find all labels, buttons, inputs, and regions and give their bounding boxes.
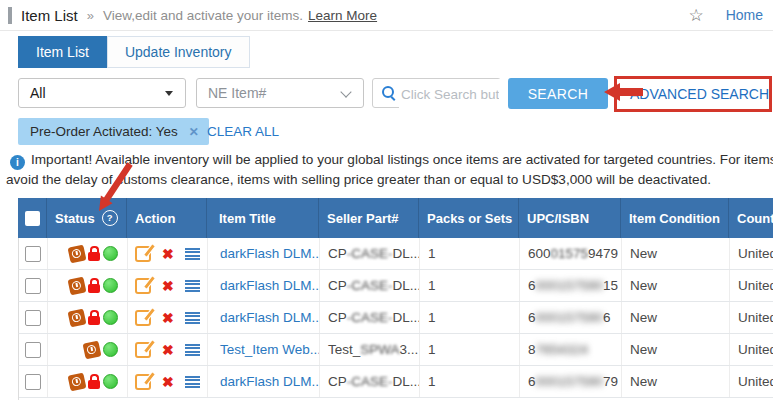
condition-cell: New xyxy=(622,334,730,365)
details-list-icon[interactable] xyxy=(185,344,200,356)
row-checkbox[interactable] xyxy=(25,246,41,262)
action-cell: ✖ xyxy=(128,366,208,397)
delete-icon[interactable]: ✖ xyxy=(162,311,174,325)
preorder-clock-icon xyxy=(68,308,87,327)
page-title: Item List xyxy=(21,7,78,24)
delete-icon[interactable]: ✖ xyxy=(162,247,174,261)
action-cell: ✖ xyxy=(128,270,208,301)
seller-part-prefix: CP xyxy=(328,278,347,293)
item-title-link[interactable]: Test_Item Web... xyxy=(220,342,320,357)
table-row: ✖darkFlash DLM...CP-CASE-DL...1600015759… xyxy=(18,302,773,334)
row-checkbox[interactable] xyxy=(25,374,41,390)
upc-redacted: 000157590 xyxy=(536,374,604,389)
select-all-checkbox[interactable] xyxy=(25,211,40,226)
table-row: ✖darkFlash DLM...CP-CASE-DL...1600015759… xyxy=(18,238,773,270)
item-title-link[interactable]: darkFlash DLM... xyxy=(220,310,320,325)
row-checkbox[interactable] xyxy=(25,278,41,294)
condition-value: New xyxy=(630,246,657,261)
details-list-icon[interactable] xyxy=(185,248,200,260)
search-icon xyxy=(382,86,394,98)
chip-close-icon[interactable]: ✕ xyxy=(189,125,199,139)
clear-all-link[interactable]: CLEAR ALL xyxy=(207,124,279,139)
active-status-icon xyxy=(103,246,118,261)
favorite-star-icon[interactable]: ☆ xyxy=(688,5,703,26)
upc-cell: 87654324 xyxy=(520,334,622,365)
info-icon: i xyxy=(10,155,25,170)
upc-cell: 600015759079 xyxy=(520,366,622,397)
details-list-icon[interactable] xyxy=(185,376,200,388)
annotation-box-advanced-search xyxy=(614,76,772,112)
filter-chip-label: Pre-Order Activated: Yes xyxy=(30,124,178,139)
tab-update-inventory[interactable]: Update Inventory xyxy=(107,36,250,68)
condition-value: New xyxy=(630,342,657,357)
packs-cell: 1 xyxy=(420,302,520,333)
packs-value: 1 xyxy=(428,278,436,293)
upc-suffix: 9479 xyxy=(588,246,618,261)
country-value: United States xyxy=(738,278,773,293)
condition-value: New xyxy=(630,278,657,293)
delete-icon[interactable]: ✖ xyxy=(162,343,174,357)
item-title-link[interactable]: darkFlash DLM... xyxy=(220,246,320,261)
table-row: ✖Test_Item Web...Test_SPWA3...187654324N… xyxy=(18,334,773,366)
delete-icon[interactable]: ✖ xyxy=(162,279,174,293)
status-help-icon[interactable]: ? xyxy=(102,210,118,226)
seller-part-suffix: DL... xyxy=(393,374,420,389)
packs-cell: 1 xyxy=(420,366,520,397)
col-header-country: Country xyxy=(729,198,773,238)
edit-icon[interactable] xyxy=(135,342,151,358)
seller-part-redacted: -CASE- xyxy=(347,310,393,325)
checkbox-cell xyxy=(19,270,48,301)
item-title-cell: Test_Item Web... xyxy=(208,334,320,365)
edit-icon[interactable] xyxy=(135,246,151,262)
packs-cell: 1 xyxy=(420,270,520,301)
seller-part-cell: CP-CASE-DL... xyxy=(320,270,420,301)
col-header-label: Seller Part# xyxy=(327,211,399,226)
upc-suffix: 15 xyxy=(603,278,618,293)
item-title-link[interactable]: darkFlash DLM... xyxy=(220,278,320,293)
seller-part-redacted: -CASE- xyxy=(347,246,393,261)
active-status-icon xyxy=(103,374,118,389)
upc-cell: 60001575906 xyxy=(520,302,622,333)
country-value: United States xyxy=(738,374,773,389)
delete-icon[interactable]: ✖ xyxy=(162,375,174,389)
upc-prefix: 600 xyxy=(528,246,551,261)
home-link[interactable]: Home xyxy=(726,7,763,23)
page-subtitle: View,edit and activate your items. xyxy=(103,8,303,23)
seller-part-prefix: CP xyxy=(328,310,347,325)
status-cell xyxy=(48,270,128,301)
learn-more-link[interactable]: Learn More xyxy=(308,8,377,23)
upc-redacted: 000157590 xyxy=(536,310,604,325)
tab-item-list[interactable]: Item List xyxy=(18,36,107,68)
upc-cell: 600015759479 xyxy=(520,238,622,269)
row-checkbox[interactable] xyxy=(25,310,41,326)
col-header-label: UPC/ISBN xyxy=(527,211,589,226)
search-input[interactable] xyxy=(399,79,501,109)
checkbox-cell xyxy=(19,334,48,365)
details-list-icon[interactable] xyxy=(185,312,200,324)
packs-cell: 1 xyxy=(420,334,520,365)
seller-part-cell: Test_SPWA3... xyxy=(320,334,420,365)
item-title-link[interactable]: darkFlash DLM... xyxy=(220,374,320,389)
col-header-action: Action xyxy=(127,198,207,238)
search-button[interactable]: SEARCH xyxy=(508,78,608,109)
edit-icon[interactable] xyxy=(135,278,151,294)
edit-icon[interactable] xyxy=(135,374,151,390)
edit-icon[interactable] xyxy=(135,310,151,326)
category-select[interactable]: All xyxy=(18,78,186,108)
row-checkbox[interactable] xyxy=(25,342,41,358)
item-title-cell: darkFlash DLM... xyxy=(208,366,320,397)
seller-part-redacted: -CASE- xyxy=(347,278,393,293)
upc-prefix: 6 xyxy=(528,310,536,325)
topbar: Item List » View,edit and activate your … xyxy=(0,0,773,31)
details-list-icon[interactable] xyxy=(185,280,200,292)
col-header-label: Status xyxy=(55,211,95,226)
search-box xyxy=(372,78,501,108)
table-left-border-tail xyxy=(18,392,19,400)
condition-cell: New xyxy=(622,238,730,269)
search-field-select[interactable]: NE Item# xyxy=(196,78,364,108)
active-status-icon xyxy=(103,278,118,293)
breadcrumb-separator: » xyxy=(87,8,94,23)
notice-line-2: avoid the delay of customs clearance, it… xyxy=(6,172,711,187)
country-cell: United States xyxy=(730,238,773,269)
packs-value: 1 xyxy=(428,374,436,389)
